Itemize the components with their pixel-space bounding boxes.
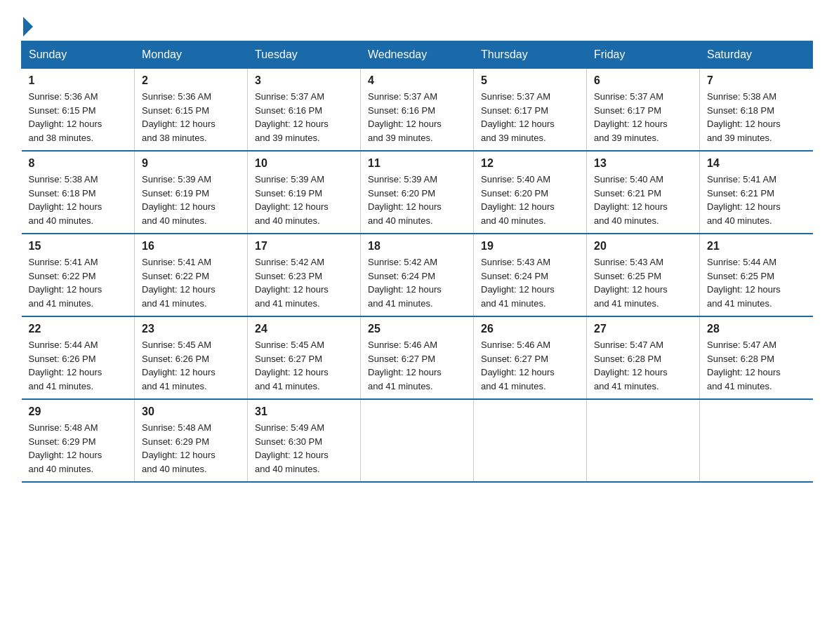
day-number: 25 [368,323,466,335]
calendar-cell: 22Sunrise: 5:44 AMSunset: 6:26 PMDayligh… [22,316,135,399]
calendar-cell: 20Sunrise: 5:43 AMSunset: 6:25 PMDayligh… [587,234,700,316]
day-info: Sunrise: 5:41 AMSunset: 6:21 PMDaylight:… [707,173,806,227]
calendar-cell: 2Sunrise: 5:36 AMSunset: 6:15 PMDaylight… [135,69,248,152]
day-info: Sunrise: 5:38 AMSunset: 6:18 PMDaylight:… [29,173,128,227]
day-number: 1 [29,74,128,87]
col-header-saturday: Saturday [700,41,813,69]
day-info: Sunrise: 5:48 AMSunset: 6:29 PMDaylight:… [29,421,128,476]
day-number: 9 [142,157,240,170]
day-info: Sunrise: 5:42 AMSunset: 6:23 PMDaylight:… [255,255,353,310]
day-info: Sunrise: 5:37 AMSunset: 6:17 PMDaylight:… [481,90,579,145]
day-number: 24 [255,323,353,335]
calendar-cell: 8Sunrise: 5:38 AMSunset: 6:18 PMDaylight… [22,151,135,234]
day-number: 13 [594,157,692,170]
calendar-cell [474,399,587,482]
calendar-cell: 7Sunrise: 5:38 AMSunset: 6:18 PMDaylight… [700,69,813,152]
day-number: 3 [255,74,353,87]
day-info: Sunrise: 5:45 AMSunset: 6:27 PMDaylight:… [255,338,353,393]
day-number: 8 [29,157,128,170]
week-row-3: 15Sunrise: 5:41 AMSunset: 6:22 PMDayligh… [22,234,813,316]
calendar-cell: 1Sunrise: 5:36 AMSunset: 6:15 PMDaylight… [22,69,135,152]
calendar-table: SundayMondayTuesdayWednesdayThursdayFrid… [21,41,813,483]
day-number: 11 [368,157,466,170]
col-header-monday: Monday [135,41,248,69]
day-number: 12 [481,157,579,170]
day-info: Sunrise: 5:37 AMSunset: 6:17 PMDaylight:… [594,90,692,145]
calendar-cell: 19Sunrise: 5:43 AMSunset: 6:24 PMDayligh… [474,234,587,316]
day-info: Sunrise: 5:40 AMSunset: 6:20 PMDaylight:… [481,173,579,227]
day-info: Sunrise: 5:37 AMSunset: 6:16 PMDaylight:… [255,90,353,145]
day-info: Sunrise: 5:40 AMSunset: 6:21 PMDaylight:… [594,173,692,227]
logo [21,14,33,34]
calendar-cell: 15Sunrise: 5:41 AMSunset: 6:22 PMDayligh… [22,234,135,316]
calendar-cell: 13Sunrise: 5:40 AMSunset: 6:21 PMDayligh… [587,151,700,234]
day-number: 29 [29,405,128,418]
week-row-5: 29Sunrise: 5:48 AMSunset: 6:29 PMDayligh… [22,399,813,482]
day-number: 31 [255,405,353,418]
day-info: Sunrise: 5:48 AMSunset: 6:29 PMDaylight:… [142,421,240,476]
day-number: 28 [707,323,806,335]
day-number: 16 [142,240,240,253]
day-number: 26 [481,323,579,335]
day-number: 6 [594,74,692,87]
day-info: Sunrise: 5:46 AMSunset: 6:27 PMDaylight:… [481,338,579,393]
day-number: 2 [142,74,240,87]
calendar-cell: 10Sunrise: 5:39 AMSunset: 6:19 PMDayligh… [248,151,361,234]
day-number: 22 [29,323,128,335]
day-info: Sunrise: 5:39 AMSunset: 6:20 PMDaylight:… [368,173,466,227]
day-info: Sunrise: 5:41 AMSunset: 6:22 PMDaylight:… [29,255,128,310]
day-number: 30 [142,405,240,418]
calendar-cell: 26Sunrise: 5:46 AMSunset: 6:27 PMDayligh… [474,316,587,399]
day-info: Sunrise: 5:45 AMSunset: 6:26 PMDaylight:… [142,338,240,393]
day-number: 19 [481,240,579,253]
col-header-thursday: Thursday [474,41,587,69]
calendar-cell [587,399,700,482]
week-row-4: 22Sunrise: 5:44 AMSunset: 6:26 PMDayligh… [22,316,813,399]
calendar-cell: 24Sunrise: 5:45 AMSunset: 6:27 PMDayligh… [248,316,361,399]
day-info: Sunrise: 5:42 AMSunset: 6:24 PMDaylight:… [368,255,466,310]
calendar-cell: 31Sunrise: 5:49 AMSunset: 6:30 PMDayligh… [248,399,361,482]
calendar-cell: 17Sunrise: 5:42 AMSunset: 6:23 PMDayligh… [248,234,361,316]
day-info: Sunrise: 5:37 AMSunset: 6:16 PMDaylight:… [368,90,466,145]
calendar-cell: 3Sunrise: 5:37 AMSunset: 6:16 PMDaylight… [248,69,361,152]
calendar-cell: 5Sunrise: 5:37 AMSunset: 6:17 PMDaylight… [474,69,587,152]
day-info: Sunrise: 5:38 AMSunset: 6:18 PMDaylight:… [707,90,806,145]
col-header-tuesday: Tuesday [248,41,361,69]
day-number: 5 [481,74,579,87]
calendar-cell: 27Sunrise: 5:47 AMSunset: 6:28 PMDayligh… [587,316,700,399]
col-header-sunday: Sunday [22,41,135,69]
day-number: 17 [255,240,353,253]
calendar-cell: 6Sunrise: 5:37 AMSunset: 6:17 PMDaylight… [587,69,700,152]
day-number: 23 [142,323,240,335]
day-info: Sunrise: 5:41 AMSunset: 6:22 PMDaylight:… [142,255,240,310]
calendar-cell: 23Sunrise: 5:45 AMSunset: 6:26 PMDayligh… [135,316,248,399]
page-header [21,14,813,34]
day-info: Sunrise: 5:39 AMSunset: 6:19 PMDaylight:… [142,173,240,227]
calendar-cell: 30Sunrise: 5:48 AMSunset: 6:29 PMDayligh… [135,399,248,482]
day-number: 27 [594,323,692,335]
day-info: Sunrise: 5:47 AMSunset: 6:28 PMDaylight:… [707,338,806,393]
calendar-cell: 28Sunrise: 5:47 AMSunset: 6:28 PMDayligh… [700,316,813,399]
day-info: Sunrise: 5:43 AMSunset: 6:25 PMDaylight:… [594,255,692,310]
calendar-cell: 14Sunrise: 5:41 AMSunset: 6:21 PMDayligh… [700,151,813,234]
col-header-wednesday: Wednesday [361,41,474,69]
day-info: Sunrise: 5:46 AMSunset: 6:27 PMDaylight:… [368,338,466,393]
col-header-friday: Friday [587,41,700,69]
calendar-cell: 25Sunrise: 5:46 AMSunset: 6:27 PMDayligh… [361,316,474,399]
calendar-cell: 29Sunrise: 5:48 AMSunset: 6:29 PMDayligh… [22,399,135,482]
day-number: 7 [707,74,806,87]
calendar-cell [700,399,813,482]
day-info: Sunrise: 5:49 AMSunset: 6:30 PMDaylight:… [255,421,353,476]
day-number: 10 [255,157,353,170]
day-number: 4 [368,74,466,87]
week-row-2: 8Sunrise: 5:38 AMSunset: 6:18 PMDaylight… [22,151,813,234]
calendar-cell: 11Sunrise: 5:39 AMSunset: 6:20 PMDayligh… [361,151,474,234]
week-row-1: 1Sunrise: 5:36 AMSunset: 6:15 PMDaylight… [22,69,813,152]
day-number: 21 [707,240,806,253]
calendar-header-row: SundayMondayTuesdayWednesdayThursdayFrid… [22,41,813,69]
calendar-cell: 16Sunrise: 5:41 AMSunset: 6:22 PMDayligh… [135,234,248,316]
day-info: Sunrise: 5:36 AMSunset: 6:15 PMDaylight:… [29,90,128,145]
calendar-cell: 9Sunrise: 5:39 AMSunset: 6:19 PMDaylight… [135,151,248,234]
logo-triangle-icon [23,17,33,36]
day-info: Sunrise: 5:43 AMSunset: 6:24 PMDaylight:… [481,255,579,310]
